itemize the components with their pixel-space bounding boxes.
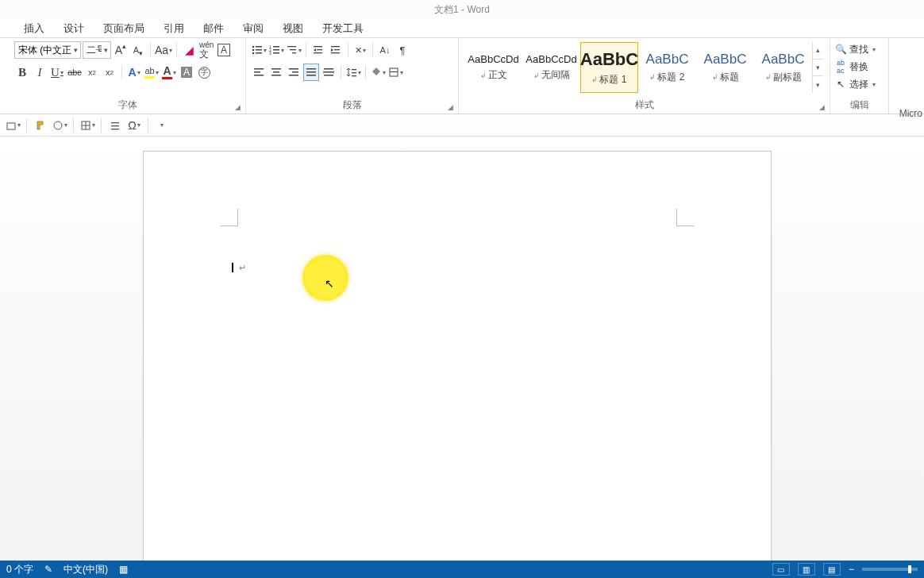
bullets-button[interactable]: ▾: [251, 41, 267, 59]
svg-rect-25: [273, 71, 279, 73]
tab-view[interactable]: 视图: [283, 21, 303, 36]
character-shading-button[interactable]: A: [179, 64, 194, 81]
underline-button[interactable]: U▾: [49, 64, 65, 81]
separator: [341, 65, 341, 79]
qat-more-button[interactable]: ▾: [154, 117, 168, 134]
word-count[interactable]: 0 个字: [6, 563, 33, 576]
style-item-2[interactable]: AaBbC↲标题 1: [580, 42, 638, 93]
decrease-indent-button[interactable]: [310, 41, 326, 59]
tab-design[interactable]: 设计: [64, 21, 84, 36]
style-item-0[interactable]: AaBbCcDd↲正文: [464, 42, 522, 93]
style-name: ↲正文: [480, 68, 507, 82]
symbol-button[interactable]: Ω▾: [126, 117, 142, 134]
enclose-characters-button[interactable]: 字: [196, 64, 212, 81]
increase-indent-button[interactable]: [328, 41, 344, 59]
find-button[interactable]: 🔍 查找 ▾: [835, 41, 884, 57]
scroll-down-icon[interactable]: ▾: [813, 60, 823, 77]
format-painter-button[interactable]: [33, 117, 48, 134]
svg-rect-3: [256, 49, 262, 51]
subscript-button[interactable]: x2: [84, 64, 100, 81]
align-right-button[interactable]: [286, 64, 302, 81]
shading-button[interactable]: ▾: [370, 64, 386, 81]
svg-rect-26: [271, 75, 281, 76]
gallery-scroll[interactable]: ▴ ▾ ▾: [812, 42, 823, 93]
sort-button[interactable]: A↓: [377, 41, 393, 59]
right-edge-text: Micro: [898, 105, 924, 122]
distributed-button[interactable]: [321, 64, 337, 81]
align-center-button[interactable]: [268, 64, 284, 81]
text-cursor: [232, 263, 233, 272]
character-border-button[interactable]: A: [216, 41, 232, 59]
show-marks-button[interactable]: ¶: [395, 41, 410, 59]
phonetic-guide-button[interactable]: wén文: [198, 41, 214, 59]
table-button[interactable]: ▾: [79, 117, 95, 134]
superscript-button[interactable]: x2: [102, 64, 117, 81]
separator: [73, 118, 74, 133]
asian-layout-button[interactable]: ✕▾: [352, 41, 368, 59]
tab-insert[interactable]: 插入: [24, 21, 44, 36]
zoom-out-button[interactable]: −: [849, 564, 854, 575]
svg-rect-37: [352, 72, 356, 73]
tab-review[interactable]: 审阅: [243, 21, 264, 36]
bold-button[interactable]: B: [14, 64, 30, 81]
strikethrough-button[interactable]: abc: [67, 64, 83, 81]
highlight-button[interactable]: ab▾: [144, 64, 160, 81]
style-item-3[interactable]: AaBbC↲标题 2: [638, 42, 696, 93]
dialog-launcher-icon[interactable]: ◢: [235, 103, 243, 111]
numbering-button[interactable]: 123▾: [268, 41, 284, 59]
qat-item-5[interactable]: [107, 117, 123, 134]
decrease-font-button[interactable]: A▾: [130, 41, 146, 59]
font-color-button[interactable]: A▾: [161, 64, 177, 81]
svg-point-42: [54, 121, 62, 129]
italic-button[interactable]: I: [32, 64, 48, 81]
tab-developer[interactable]: 开发工具: [322, 21, 364, 36]
tab-layout[interactable]: 页面布局: [103, 21, 144, 36]
style-sample: AaBbCcDd: [468, 53, 518, 65]
separator: [348, 43, 348, 57]
svg-rect-11: [273, 52, 279, 54]
scroll-up-icon[interactable]: ▴: [813, 42, 823, 60]
style-item-5[interactable]: AaBbC↲副标题: [754, 42, 812, 93]
quick-access-toolbar: ▾ ▾ ▾ Ω▾ ▾: [0, 114, 924, 137]
qat-item-1[interactable]: ▾: [5, 117, 21, 134]
svg-rect-31: [306, 71, 316, 73]
svg-rect-35: [324, 75, 333, 76]
macro-icon[interactable]: ▦: [119, 564, 128, 575]
tab-mailings[interactable]: 邮件: [203, 21, 224, 36]
font-size-combo[interactable]: 二号 ▾: [83, 41, 111, 59]
svg-point-2: [252, 49, 254, 52]
chevron-down-icon: ▾: [102, 46, 110, 54]
clear-formatting-button[interactable]: ◢: [181, 41, 197, 59]
style-item-1[interactable]: AaBbCcDd↲无间隔: [522, 42, 580, 93]
borders-button[interactable]: ▾: [387, 64, 403, 81]
select-button[interactable]: ↖ 选择 ▾: [835, 76, 884, 92]
align-justify-button[interactable]: [303, 64, 319, 81]
read-mode-button[interactable]: ▭: [772, 563, 790, 576]
change-case-button[interactable]: Aa▾: [155, 41, 172, 59]
group-label-editing: 编辑: [835, 97, 884, 113]
replace-button[interactable]: abac 替换: [835, 59, 884, 75]
spellcheck-icon[interactable]: ✎: [44, 564, 52, 575]
separator: [26, 118, 27, 133]
qat-item-3[interactable]: ▾: [52, 117, 67, 134]
print-layout-button[interactable]: ▥: [798, 563, 815, 576]
web-layout-button[interactable]: ▤: [823, 563, 841, 576]
gallery-expand-icon[interactable]: ▾: [813, 76, 823, 93]
document-area[interactable]: ↵ ↖: [0, 137, 924, 561]
line-spacing-button[interactable]: ▾: [345, 64, 361, 81]
tab-references[interactable]: 引用: [164, 21, 184, 36]
font-name-combo[interactable]: 宋体 (中文正 ▾: [14, 41, 81, 59]
group-editing: 🔍 查找 ▾ abac 替换 ↖ 选择 ▾ 编辑: [830, 38, 889, 114]
multilevel-list-button[interactable]: ▾: [286, 41, 302, 59]
dialog-launcher-icon[interactable]: ◢: [448, 103, 456, 111]
page[interactable]: ↵ ↖: [143, 151, 772, 561]
increase-font-button[interactable]: A▴: [113, 41, 129, 59]
align-left-button[interactable]: [251, 64, 267, 81]
font-size-value: 二号: [83, 44, 102, 57]
zoom-slider[interactable]: [862, 568, 918, 571]
style-sample: AaBbC: [580, 49, 638, 70]
language-status[interactable]: 中文(中国): [64, 563, 108, 576]
text-effects-button[interactable]: A▾: [126, 64, 142, 81]
dialog-launcher-icon[interactable]: ◢: [819, 103, 827, 111]
style-item-4[interactable]: AaBbC↲标题: [696, 42, 754, 93]
